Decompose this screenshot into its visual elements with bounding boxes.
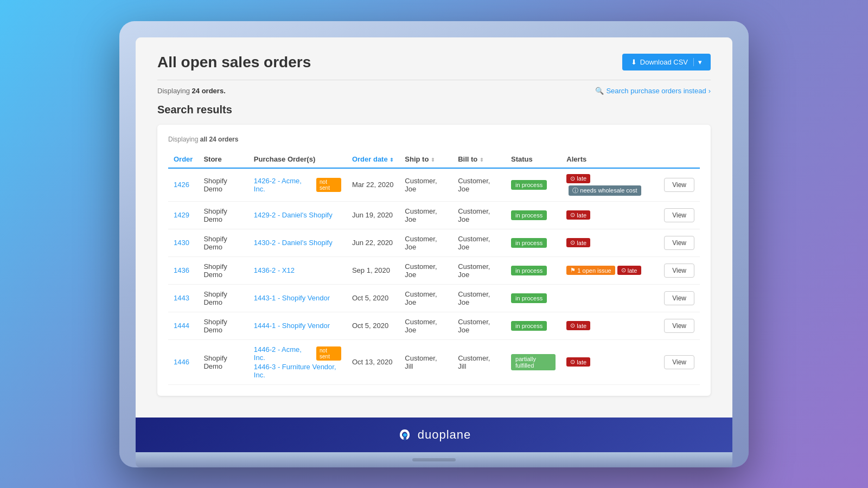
late-alert: ⊙ late [566,210,590,220]
order-date-cell: Sep 1, 2020 [347,256,399,284]
ship-to-cell: Customer, Jill [399,339,452,384]
alerts-cell: ⊙ lateⓘ needs wholesale cost [561,168,659,202]
col-bill-to[interactable]: Bill to ⇕ [452,151,506,168]
order-date-cell: Jun 22, 2020 [347,229,399,256]
col-alerts: Alerts [561,151,659,168]
col-ship-to[interactable]: Ship to ⇕ [399,151,452,168]
po-link[interactable]: 1444-1 - Shopify Vendor [254,322,330,330]
store-cell: Shopify Demo [198,312,248,339]
order-link[interactable]: 1436 [174,266,189,274]
order-link[interactable]: 1446 [174,358,189,366]
search-purchase-orders-link[interactable]: 🔍 Search purchase orders instead › [595,87,711,95]
store-cell: Shopify Demo [198,229,248,256]
search-icon: 🔍 [595,87,604,95]
status-badge: in process [511,238,547,248]
view-button[interactable]: View [664,236,694,250]
bill-to-cell: Customer, Joe [452,229,506,256]
content-area: All open sales orders ⬇ Download CSV ▾ D… [136,37,732,418]
table-row: 1426Shopify Demo1426-2 - Acme, Inc.not s… [168,168,700,202]
table-row: 1436Shopify Demo1436-2 - X12Sep 1, 2020C… [168,256,700,284]
laptop-notch [412,458,456,461]
po-link[interactable]: 1446-2 - Acme, Inc. [254,345,312,362]
laptop-screen: All open sales orders ⬇ Download CSV ▾ D… [136,37,732,452]
orders-table: Order Store Purchase Order(s) Order date… [168,151,700,385]
order-link[interactable]: 1444 [174,322,189,330]
bill-to-cell: Customer, Joe [452,256,506,284]
alerts-cell: ⊙ late [561,312,659,339]
download-csv-button[interactable]: ⬇ Download CSV ▾ [622,54,711,70]
sort-icon: ⇕ [390,157,394,163]
caret-icon: ▾ [693,58,702,66]
col-store: Store [198,151,248,168]
info-icon: ⓘ [572,187,578,195]
page-header: All open sales orders ⬇ Download CSV ▾ [157,54,711,71]
table-body: 1426Shopify Demo1426-2 - Acme, Inc.not s… [168,168,700,385]
results-meta: Displaying all 24 orders [168,136,700,143]
late-icon: ⊙ [570,211,575,219]
late-alert: ⊙ late [566,238,590,247]
download-btn-label: Download CSV [640,58,688,66]
search-results-heading: Search results [157,104,711,116]
order-date-cell: Oct 13, 2020 [347,339,399,384]
po-link[interactable]: 1446-3 - Furniture Vendor, Inc. [254,363,341,379]
po-cell: 1444-1 - Shopify Vendor [248,312,347,339]
order-link[interactable]: 1426 [174,181,189,189]
view-button[interactable]: View [664,208,694,222]
view-button[interactable]: View [664,178,694,192]
late-alert: ⊙ late [617,266,641,275]
po-cell: 1436-2 - X12 [248,256,347,284]
po-cell: 1443-1 - Shopify Vendor [248,284,347,312]
status-badge: in process [511,266,547,275]
status-badge: in process [511,180,547,190]
alerts-cell: ⊙ late [561,201,659,229]
footer-logo: duoplane [397,427,471,442]
store-cell: Shopify Demo [198,168,248,202]
status-badge: in process [511,293,547,303]
col-purchase-orders: Purchase Order(s) [248,151,347,168]
order-link[interactable]: 1429 [174,211,189,219]
late-icon: ⊙ [621,267,626,274]
ship-to-cell: Customer, Joe [399,256,452,284]
late-icon: ⊙ [570,322,575,329]
late-icon: ⊙ [570,175,575,182]
results-card: Displaying all 24 orders Order Store Pur… [157,125,711,396]
bill-to-cell: Customer, Joe [452,201,506,229]
order-link[interactable]: 1430 [174,239,189,247]
not-sent-badge: not sent [316,346,341,361]
late-alert: ⊙ late [566,174,590,183]
order-date-cell: Jun 19, 2020 [347,201,399,229]
ship-to-cell: Customer, Joe [399,168,452,202]
view-button[interactable]: View [664,319,694,333]
status-badge: in process [511,210,547,220]
page-title: All open sales orders [157,54,311,71]
late-icon: ⊙ [570,358,575,365]
view-button[interactable]: View [664,291,694,305]
po-link[interactable]: 1443-1 - Shopify Vendor [254,294,330,302]
table-row: 1444Shopify Demo1444-1 - Shopify VendorO… [168,312,700,339]
po-link[interactable]: 1429-2 - Daniel's Shopify [254,211,333,219]
order-link[interactable]: 1443 [174,294,189,302]
bill-to-cell: Customer, Joe [452,312,506,339]
sort-icon-bill: ⇕ [480,157,484,163]
col-order-date[interactable]: Order date ⇕ [347,151,399,168]
flag-icon: ⚑ [570,267,576,274]
bill-to-cell: Customer, Joe [452,168,506,202]
top-meta: Displaying 24 orders. 🔍 Search purchase … [157,87,711,95]
issue-alert: ⚑ 1 open issue [566,266,615,275]
late-alert: ⊙ late [566,357,590,367]
store-cell: Shopify Demo [198,339,248,384]
view-button[interactable]: View [664,264,694,278]
po-link[interactable]: 1436-2 - X12 [254,266,295,274]
late-alert: ⊙ late [566,321,590,330]
po-link[interactable]: 1426-2 - Acme, Inc. [254,177,312,193]
not-sent-badge: not sent [316,178,341,192]
store-cell: Shopify Demo [198,201,248,229]
po-link[interactable]: 1430-2 - Daniel's Shopify [254,239,333,247]
po-cell: 1426-2 - Acme, Inc.not sent [248,168,347,202]
alerts-cell [561,284,659,312]
ship-to-cell: Customer, Joe [399,312,452,339]
alerts-cell: ⊙ late [561,229,659,256]
displaying-count: Displaying 24 orders. [157,87,226,95]
view-button[interactable]: View [664,355,694,369]
store-cell: Shopify Demo [198,256,248,284]
